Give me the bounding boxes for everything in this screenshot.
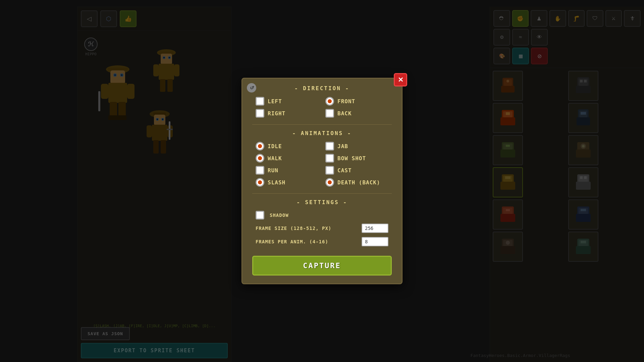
anim-cast[interactable]: CAST <box>325 166 388 175</box>
shadow-label: SHADOW <box>270 213 388 218</box>
anim-run-radio[interactable] <box>256 166 264 175</box>
anim-walk-radio[interactable] <box>256 154 264 163</box>
anim-run-label: RUN <box>268 167 278 174</box>
direction-back-radio[interactable] <box>325 109 334 118</box>
shadow-row: SHADOW <box>252 211 392 220</box>
anim-death-back-label: DEATH (BACK) <box>337 179 380 186</box>
anim-walk[interactable]: WALK <box>256 154 319 163</box>
modal-info-icon: ↺ <box>247 83 256 93</box>
modal-overlay: ✕ ↺ - DIRECTION - LEFT FRONT RIGHT <box>0 0 644 362</box>
anim-bow-shot[interactable]: BOW SHOT <box>325 154 388 163</box>
anim-bow-shot-radio[interactable] <box>325 154 334 163</box>
divider-2 <box>252 193 392 194</box>
direction-front-label: FRONT <box>337 98 355 105</box>
animations-title: - ANIMATIONS - <box>252 130 392 136</box>
direction-back[interactable]: BACK <box>325 109 388 118</box>
capture-button[interactable]: CAPTURE <box>252 256 392 276</box>
anim-idle-radio[interactable] <box>256 142 264 150</box>
direction-left-radio[interactable] <box>256 97 264 106</box>
anim-idle-label: IDLE <box>268 143 282 149</box>
direction-right-label: RIGHT <box>268 110 285 117</box>
anim-jab-label: JAB <box>337 143 348 149</box>
direction-left-label: LEFT <box>268 98 282 105</box>
direction-grid: LEFT FRONT RIGHT BACK <box>252 97 392 118</box>
anim-cast-label: CAST <box>337 167 352 174</box>
anim-cast-radio[interactable] <box>325 166 334 175</box>
anim-slash-radio[interactable] <box>256 178 264 187</box>
anim-death-back[interactable]: DEATH (BACK) <box>325 178 388 187</box>
frame-size-label: FRAME SIZE (128-512, PX) <box>256 226 358 231</box>
anim-jab[interactable]: JAB <box>325 142 388 150</box>
direction-right[interactable]: RIGHT <box>256 109 319 118</box>
anim-slash[interactable]: SLASH <box>256 178 319 187</box>
frames-per-anim-row: FRAMES PER ANIM. (4-16) <box>252 237 392 246</box>
direction-title: - DIRECTION - <box>252 85 392 92</box>
anim-walk-label: WALK <box>268 155 282 162</box>
divider-1 <box>252 124 392 125</box>
anim-run[interactable]: RUN <box>256 166 319 175</box>
direction-front[interactable]: FRONT <box>325 97 388 106</box>
animations-grid: IDLE JAB WALK BOW SHOT RUN <box>252 142 392 187</box>
frames-per-anim-label: FRAMES PER ANIM. (4-16) <box>256 239 358 244</box>
direction-left[interactable]: LEFT <box>256 97 319 106</box>
frame-size-row: FRAME SIZE (128-512, PX) <box>252 224 392 233</box>
settings-title: - SETTINGS - <box>252 199 392 205</box>
anim-death-back-radio[interactable] <box>325 178 334 187</box>
frame-size-input[interactable] <box>362 224 388 233</box>
shadow-checkbox[interactable] <box>256 211 264 220</box>
anim-idle[interactable]: IDLE <box>256 142 319 150</box>
export-modal: ✕ ↺ - DIRECTION - LEFT FRONT RIGHT <box>241 78 402 284</box>
anim-bow-shot-label: BOW SHOT <box>337 155 366 162</box>
direction-right-radio[interactable] <box>256 109 264 118</box>
anim-slash-label: SLASH <box>268 179 285 186</box>
modal-close-button[interactable]: ✕ <box>394 73 407 86</box>
direction-back-label: BACK <box>337 110 352 117</box>
frames-per-anim-input[interactable] <box>362 237 388 246</box>
anim-jab-radio[interactable] <box>325 142 334 150</box>
direction-front-radio[interactable] <box>325 97 334 106</box>
